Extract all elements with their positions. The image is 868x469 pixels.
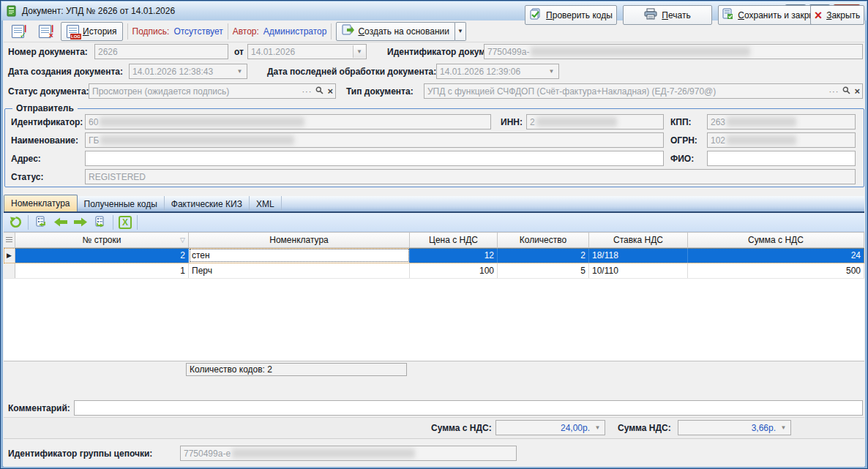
column-header-line-no[interactable]: № строки▽ [15,233,189,247]
history-label: История [83,26,117,37]
clear-icon[interactable]: × [327,86,333,97]
clear-icon[interactable]: × [854,86,860,97]
refresh-button[interactable] [8,215,23,230]
comment-field[interactable] [74,400,863,416]
document-cross-icon: ×❙ [39,25,51,38]
sum-vat-dropdown[interactable]: ▼ [777,421,790,434]
reject-document-button[interactable]: ×❙ [34,22,56,41]
create-based-on-icon [342,24,354,38]
sum-with-vat-dropdown[interactable]: ▼ [591,421,604,434]
doc-type-field[interactable]: УПД с функцией СЧФДОП (Счёт-фактура+Накл… [424,83,863,99]
nomenclature-grid: № строки▽ Номенклатура Цена с НДС Количе… [4,232,864,378]
processed-date-label: Дата последней обработки документа: [267,64,436,79]
doc-date-dropdown[interactable]: ▼ [353,45,365,58]
ogrn-label: ОГРН: [670,133,697,148]
log-icon: LOG [67,25,79,38]
toolbar-separator [28,215,29,230]
address-label: Адрес: [11,151,41,166]
create-based-on-label: Создать на основании [358,26,449,37]
redacted-value [727,135,796,145]
tab-nomenclature[interactable]: Номенклатура [4,195,78,211]
column-header-price[interactable]: Цена с НДС [410,233,498,247]
column-header-sum[interactable]: Сумма с НДС [688,233,864,247]
created-date-field[interactable]: 14.01.2026 12:38:43 ▼ [129,64,247,79]
sum-with-vat-field[interactable]: 24,00р. ▼ [495,420,605,435]
sender-name-field[interactable]: ГБ [85,132,664,148]
close-form-button[interactable]: × Закрыть [810,5,864,25]
doc-date-field[interactable]: 14.01.2026 ▼ [247,44,367,59]
table-row[interactable]: ▶ 2 стен 12 2 18/118 24 [4,248,864,263]
sender-status-field[interactable]: REGISTERED [85,169,856,184]
doc-status-label: Статус документа: [8,84,89,99]
doc-status-field[interactable]: Просмотрен (ожидается подпись) ··· × [89,83,336,99]
document-icon [6,5,18,17]
check-codes-icon [529,8,542,22]
doc-date-label: от [234,45,244,59]
sum-vat-field[interactable]: 3,66р. ▼ [678,420,791,435]
cell-editor[interactable]: стен [189,248,410,263]
ellipsis-icon[interactable]: ··· [828,87,839,96]
doc-type-label: Тип документа: [346,84,414,99]
ellipsis-icon[interactable]: ··· [302,87,312,96]
sender-id-field[interactable]: 60 [85,114,491,130]
row-selector-header[interactable] [4,233,15,247]
doc-number-label: Номер документа: [8,45,88,59]
fio-label: ФИО: [670,151,694,166]
create-based-on-dropdown[interactable]: ▼ [455,22,466,41]
close-form-label: Закрыть [826,10,860,20]
grid-menu-icon [6,237,12,244]
redacted-value [100,117,304,127]
created-date-dropdown[interactable]: ▼ [233,65,246,78]
chain-group-field[interactable]: 7750499a-e [180,446,517,461]
ogrn-field[interactable]: 102 [707,132,856,148]
sign-document-button[interactable]: ✓❙ [7,22,29,41]
export-excel-button[interactable]: X [119,216,132,229]
tab-xml[interactable]: XML [250,196,282,211]
history-button[interactable]: LOG История [61,22,123,41]
create-based-on-button[interactable]: Создать на основании [336,22,455,41]
sender-id-label: Идентификатор: [11,115,83,130]
search-icon[interactable] [315,86,323,97]
redacted-value [100,135,294,145]
arrow-left-icon[interactable] [53,215,68,230]
comment-label: Комментарий: [8,401,70,416]
signature-value: Отсутствует [173,26,222,37]
doc-number-field[interactable]: 2626 [94,44,228,59]
toolbar-separator [228,23,228,40]
column-header-vat-rate[interactable]: Ставка НДС [589,233,688,247]
doc-id-field[interactable]: 7750499a- [484,44,863,59]
inn-label: ИНН: [501,115,523,130]
tab-actual-kiz[interactable]: Фактические КИЗ [165,196,250,211]
print-button[interactable]: Печать [623,5,712,25]
document-check-icon: ✓❙ [12,25,24,38]
address-field[interactable] [85,151,664,166]
toolbar-separator [331,23,332,40]
toolbar-separator [113,215,113,230]
arrow-right-icon[interactable] [73,215,88,230]
author-label: Автор: [233,26,259,37]
sender-name-label: Наименование: [11,133,78,148]
move-list-right-button[interactable] [93,215,108,230]
kpp-field[interactable]: 263 [707,114,856,130]
toolbar-separator [137,215,138,230]
tab-received-codes[interactable]: Полученные коды [78,196,165,211]
move-list-left-button[interactable] [34,215,48,230]
column-header-nomenclature[interactable]: Номенклатура [189,233,410,247]
grid-toolbar: X [4,213,864,232]
processed-date-field[interactable]: 14.01.2026 12:39:06 ▼ [436,64,559,79]
search-icon[interactable] [842,86,850,97]
sum-vat-label: Сумма НДС: [618,421,671,435]
table-row[interactable]: 1 Перч 100 5 10/110 500 [4,263,864,279]
signature-label: Подпись: [132,26,170,37]
created-date-label: Дата создания документа: [8,64,123,79]
close-red-icon: × [815,9,823,22]
column-header-quantity[interactable]: Количество [498,233,589,247]
filter-icon[interactable]: ▽ [180,236,185,244]
sender-status-label: Статус: [11,170,43,184]
check-codes-button[interactable]: Проверить коды [525,5,617,25]
processed-date-dropdown[interactable]: ▼ [545,65,558,78]
window-title: Документ: УПД № 2626 от 14.01.2026 [22,6,175,16]
fio-field[interactable] [707,151,856,166]
inn-field[interactable]: 2 [526,114,664,130]
redacted-value [232,449,415,458]
